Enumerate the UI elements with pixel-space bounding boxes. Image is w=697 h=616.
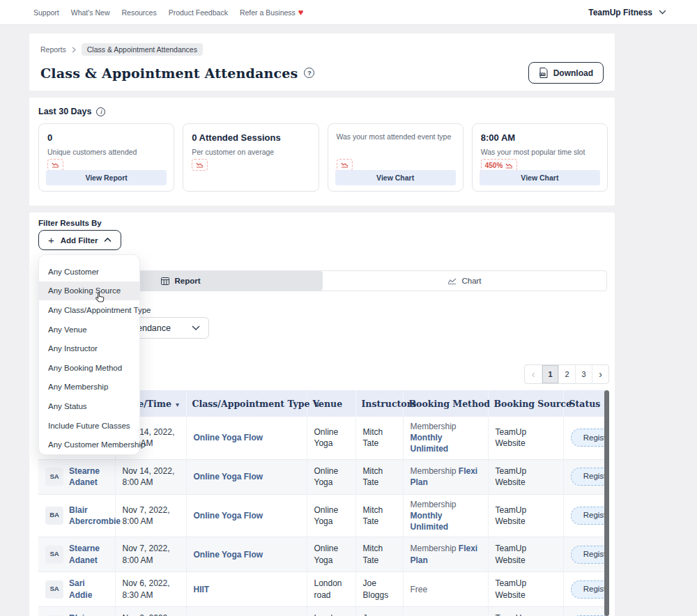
instructor-cell: Mitch Tate bbox=[355, 459, 403, 494]
filter-menu-item-any-customer-membership[interactable]: Any Customer Membership bbox=[39, 435, 139, 454]
membership-link[interactable]: Monthly Unlimited bbox=[411, 511, 449, 532]
class-type-link[interactable]: Online Yoga Flow bbox=[194, 472, 263, 482]
filter-heading: Filter Results By bbox=[38, 219, 102, 227]
booking-source-cell: TeamUp Website bbox=[488, 417, 563, 459]
class-type-link[interactable]: Online Yoga Flow bbox=[194, 511, 263, 521]
venue-cell: Online Yoga bbox=[307, 537, 355, 572]
customer-name-link[interactable]: Stearne Adanet bbox=[69, 465, 108, 488]
breadcrumb-reports-link[interactable]: Reports bbox=[40, 45, 66, 54]
datetime-cell: Nov 7, 2022, 8:00 AM bbox=[115, 494, 186, 537]
class-type-link[interactable]: HIIT bbox=[194, 585, 210, 594]
add-filter-dropdown: Any Customer Any Booking Source Any Clas… bbox=[38, 254, 140, 455]
previous-page-button[interactable]: ‹ bbox=[525, 365, 542, 383]
next-page-button[interactable]: › bbox=[592, 365, 608, 383]
booking-method-text: Membership bbox=[411, 466, 459, 476]
avatar: SA bbox=[45, 468, 63, 486]
page-1-button[interactable]: 1 bbox=[542, 365, 558, 383]
booking-method-text: Free bbox=[411, 585, 428, 594]
top-nav-link[interactable]: Product Feedback bbox=[169, 8, 228, 17]
breadcrumb-current: Class & Appointment Attendances bbox=[82, 43, 203, 56]
column-header-class-appointment-type[interactable]: Class/Appointment Type⇅ bbox=[186, 390, 307, 417]
table-row[interactable]: BA Blair Abercrombie Nov 7, 2022, 8:00 A… bbox=[38, 494, 605, 537]
table-row[interactable]: SA Stearne Adanet Nov 14, 2022, 8:00 AM … bbox=[38, 459, 605, 494]
instructor-cell: Joe Bloggs bbox=[355, 572, 403, 607]
status-pill[interactable]: Registered bbox=[571, 507, 606, 525]
stats-section: Last 30 Days i 0 Unique customers attend… bbox=[29, 98, 615, 206]
view-chart-button[interactable]: View Chart bbox=[480, 170, 600, 185]
status-pill[interactable]: Registered bbox=[571, 468, 606, 486]
instructor-cell: Mitch Tate bbox=[355, 417, 403, 459]
stat-card: 8:00 AM Was your most popular time slot … bbox=[472, 123, 608, 192]
venue-cell: Online Yoga bbox=[307, 494, 355, 537]
chevron-right-icon bbox=[72, 47, 76, 53]
page-3-button[interactable]: 3 bbox=[575, 365, 592, 383]
account-menu[interactable]: TeamUp Fitness bbox=[588, 8, 666, 17]
top-nav-link[interactable]: Resources bbox=[121, 8, 156, 17]
column-header-venue[interactable]: Venue bbox=[307, 390, 355, 417]
table-row[interactable]: BA Blair Abercrombie Nov 2, 2022, 8:00 A… bbox=[38, 607, 605, 616]
filter-menu-item-any-class-appointment-type[interactable]: Any Class/Appointment Type bbox=[39, 300, 139, 320]
booking-source-cell: TeamUp Website bbox=[488, 572, 563, 607]
stat-description: Was your most attended event type bbox=[337, 132, 454, 141]
status-pill[interactable]: Registered bbox=[571, 546, 606, 564]
pagination: ‹ 1 2 3 › bbox=[524, 364, 609, 384]
chart-trend-icon bbox=[52, 162, 59, 168]
sort-icon: ▾ bbox=[176, 401, 179, 408]
account-label: TeamUp Fitness bbox=[588, 8, 652, 17]
view-chart-button[interactable]: View Chart bbox=[335, 170, 456, 185]
avatar: BA bbox=[45, 507, 63, 525]
customer-name-link[interactable]: Blair Abercrombie bbox=[69, 613, 121, 616]
top-nav-link[interactable]: What's New bbox=[71, 8, 110, 17]
instructor-cell: Mitch Tate bbox=[355, 537, 403, 572]
filter-menu-item-any-instructor[interactable]: Any Instructor bbox=[39, 339, 139, 358]
column-header-booking-source[interactable]: Booking Source bbox=[488, 390, 563, 417]
info-icon[interactable]: i bbox=[96, 107, 105, 116]
vertical-scrollbar[interactable] bbox=[604, 390, 609, 616]
table-row[interactable]: SA Stearne Adanet Nov 7, 2022, 8:00 AM O… bbox=[38, 537, 605, 572]
view-report-button[interactable]: View Report bbox=[46, 170, 167, 185]
download-button[interactable]: CSV Download bbox=[528, 62, 604, 84]
chart-trend-icon bbox=[196, 162, 204, 168]
top-nav-link[interactable]: Support bbox=[33, 8, 59, 17]
add-filter-button[interactable]: + Add Filter bbox=[38, 230, 121, 250]
table-icon bbox=[161, 277, 169, 285]
stat-value: 0 bbox=[47, 132, 165, 143]
add-filter-label: Add Filter bbox=[61, 236, 98, 245]
tab-chart[interactable]: Chart bbox=[323, 271, 606, 291]
class-type-link[interactable]: Online Yoga Flow bbox=[194, 550, 263, 560]
customer-name-link[interactable]: Blair Abercrombie bbox=[69, 505, 121, 527]
status-pill[interactable]: Registered bbox=[571, 580, 606, 599]
filter-menu-item-any-customer[interactable]: Any Customer bbox=[39, 262, 139, 282]
customer-name-link[interactable]: Sari Addie bbox=[69, 578, 108, 600]
chevron-down-icon bbox=[192, 325, 200, 331]
column-header-status[interactable]: Status bbox=[563, 390, 605, 417]
venue-cell: London road bbox=[307, 607, 355, 616]
stat-card: Was your most attended event type View C… bbox=[328, 123, 464, 192]
page-2-button[interactable]: 2 bbox=[558, 365, 575, 383]
datetime-cell: Nov 14, 2022, 8:00 AM bbox=[115, 459, 186, 494]
stat-description: Per customer on average bbox=[192, 148, 309, 156]
help-icon[interactable]: ? bbox=[304, 68, 314, 78]
table-row[interactable]: SA Sari Addie Nov 6, 2022, 8:30 AM HIIT … bbox=[38, 572, 605, 607]
class-type-link[interactable]: Online Yoga Flow bbox=[194, 433, 263, 442]
filter-menu-item-any-status[interactable]: Any Status bbox=[39, 396, 139, 416]
filter-menu-item-any-membership[interactable]: Any Membership bbox=[39, 378, 139, 397]
chart-trend-icon bbox=[341, 162, 348, 168]
top-nav-link[interactable]: Refer a Business♥ bbox=[240, 8, 304, 17]
top-nav-links: Support What's New Resources Product Fee… bbox=[33, 8, 304, 17]
stat-description: Was your most popular time slot bbox=[481, 148, 599, 156]
membership-link[interactable]: Monthly Unlimited bbox=[411, 433, 449, 454]
filter-menu-item-any-booking-method[interactable]: Any Booking Method bbox=[39, 358, 139, 378]
filter-menu-item-any-booking-source[interactable]: Any Booking Source bbox=[39, 282, 139, 301]
venue-cell: London road bbox=[307, 572, 355, 607]
customer-name-link[interactable]: Stearne Adanet bbox=[69, 543, 108, 565]
booking-source-cell: TeamUp Website bbox=[488, 537, 563, 572]
filter-menu-item-include-future-classes[interactable]: Include Future Classes bbox=[39, 416, 139, 436]
column-header-instructors[interactable]: Instructors bbox=[355, 390, 403, 417]
filter-menu-item-any-venue[interactable]: Any Venue bbox=[39, 320, 139, 339]
tab-report-label: Report bbox=[174, 277, 200, 285]
chevron-up-icon bbox=[104, 238, 112, 242]
column-header-booking-method[interactable]: Booking Method bbox=[403, 390, 488, 417]
csv-file-icon: CSV bbox=[539, 68, 548, 78]
status-pill[interactable]: Registered bbox=[571, 429, 606, 447]
